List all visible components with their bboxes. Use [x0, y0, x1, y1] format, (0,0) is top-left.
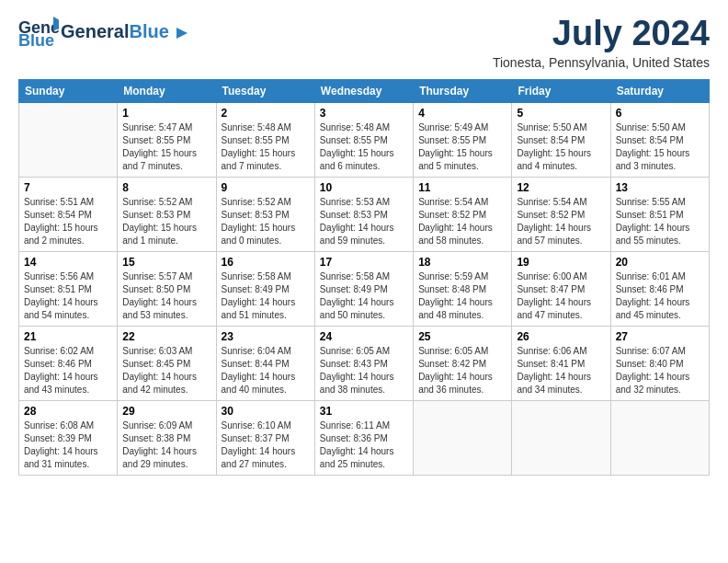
- day-info: Sunrise: 5:47 AMSunset: 8:55 PMDaylight:…: [122, 121, 210, 173]
- day-info: Sunrise: 6:08 AMSunset: 8:39 PMDaylight:…: [24, 419, 112, 471]
- day-number: 14: [24, 256, 112, 269]
- calendar-cell: 24 Sunrise: 6:05 AMSunset: 8:43 PMDaylig…: [314, 326, 413, 400]
- day-number: 28: [24, 405, 112, 418]
- calendar-cell: 22 Sunrise: 6:03 AMSunset: 8:45 PMDaylig…: [118, 326, 216, 400]
- location: Tionesta, Pennsylvania, United States: [493, 55, 710, 70]
- calendar-cell: 18 Sunrise: 5:59 AMSunset: 8:48 PMDaylig…: [414, 251, 512, 326]
- day-number: 20: [616, 256, 704, 269]
- day-number: 30: [222, 405, 310, 418]
- calendar-cell: 23 Sunrise: 6:04 AMSunset: 8:44 PMDaylig…: [216, 326, 314, 400]
- day-info: Sunrise: 6:05 AMSunset: 8:42 PMDaylight:…: [418, 345, 506, 396]
- day-info: Sunrise: 6:04 AMSunset: 8:44 PMDaylight:…: [222, 345, 310, 396]
- calendar-cell: 17 Sunrise: 5:58 AMSunset: 8:49 PMDaylig…: [314, 251, 413, 326]
- day-info: Sunrise: 6:02 AMSunset: 8:46 PMDaylight:…: [24, 345, 112, 396]
- calendar-cell: 11 Sunrise: 5:54 AMSunset: 8:52 PMDaylig…: [414, 177, 512, 251]
- day-info: Sunrise: 5:54 AMSunset: 8:52 PMDaylight:…: [418, 196, 506, 247]
- day-info: Sunrise: 5:54 AMSunset: 8:52 PMDaylight:…: [517, 196, 605, 247]
- calendar-cell: 29 Sunrise: 6:09 AMSunset: 8:38 PMDaylig…: [118, 400, 216, 475]
- calendar-cell: [610, 400, 709, 475]
- day-number: 24: [320, 330, 408, 343]
- day-number: 17: [320, 256, 408, 269]
- weekday-header-row: Sunday Monday Tuesday Wednesday Thursday…: [19, 79, 710, 102]
- day-number: 13: [616, 181, 704, 194]
- day-info: Sunrise: 6:09 AMSunset: 8:38 PMDaylight:…: [122, 419, 210, 471]
- day-number: 16: [222, 256, 310, 269]
- calendar-cell: 12 Sunrise: 5:54 AMSunset: 8:52 PMDaylig…: [512, 177, 610, 251]
- day-number: 11: [418, 181, 506, 194]
- day-number: 22: [122, 330, 210, 343]
- header-sunday: Sunday: [19, 79, 118, 102]
- day-info: Sunrise: 5:58 AMSunset: 8:49 PMDaylight:…: [320, 270, 408, 322]
- logo-blue: Blue: [129, 21, 168, 41]
- day-number: 3: [320, 107, 408, 120]
- calendar-week-row: 7 Sunrise: 5:51 AMSunset: 8:54 PMDayligh…: [19, 177, 710, 251]
- header-friday: Friday: [512, 79, 610, 102]
- day-info: Sunrise: 5:57 AMSunset: 8:50 PMDaylight:…: [122, 270, 210, 322]
- day-number: 18: [418, 256, 506, 269]
- calendar-cell: 28 Sunrise: 6:08 AMSunset: 8:39 PMDaylig…: [19, 400, 118, 475]
- day-number: 10: [320, 181, 408, 194]
- calendar-cell: 20 Sunrise: 6:01 AMSunset: 8:46 PMDaylig…: [610, 251, 709, 326]
- svg-marker-3: [176, 28, 188, 39]
- calendar-cell: 5 Sunrise: 5:50 AMSunset: 8:54 PMDayligh…: [512, 102, 610, 177]
- header-wednesday: Wednesday: [314, 79, 413, 102]
- logo-general: General: [61, 21, 129, 41]
- calendar-cell: [19, 102, 118, 177]
- day-number: 1: [122, 107, 210, 120]
- calendar-cell: 14 Sunrise: 5:56 AMSunset: 8:51 PMDaylig…: [19, 251, 118, 326]
- calendar-table: Sunday Monday Tuesday Wednesday Thursday…: [18, 79, 710, 476]
- calendar-cell: 16 Sunrise: 5:58 AMSunset: 8:49 PMDaylig…: [216, 251, 314, 326]
- calendar-week-row: 1 Sunrise: 5:47 AMSunset: 8:55 PMDayligh…: [19, 102, 710, 177]
- logo: General Blue GeneralBlue: [18, 15, 189, 48]
- day-number: 26: [517, 330, 605, 343]
- day-number: 7: [24, 181, 112, 194]
- day-number: 23: [222, 330, 310, 343]
- day-info: Sunrise: 5:56 AMSunset: 8:51 PMDaylight:…: [24, 270, 112, 322]
- day-info: Sunrise: 5:50 AMSunset: 8:54 PMDaylight:…: [517, 121, 605, 173]
- day-info: Sunrise: 5:50 AMSunset: 8:54 PMDaylight:…: [616, 121, 704, 173]
- month-title: July 2024: [493, 15, 710, 53]
- calendar-cell: 30 Sunrise: 6:10 AMSunset: 8:37 PMDaylig…: [216, 400, 314, 475]
- day-info: Sunrise: 6:05 AMSunset: 8:43 PMDaylight:…: [320, 345, 408, 396]
- day-number: 4: [418, 107, 506, 120]
- calendar-cell: 9 Sunrise: 5:52 AMSunset: 8:53 PMDayligh…: [216, 177, 314, 251]
- day-number: 19: [517, 256, 605, 269]
- day-info: Sunrise: 5:48 AMSunset: 8:55 PMDaylight:…: [222, 121, 310, 173]
- calendar-cell: 19 Sunrise: 6:00 AMSunset: 8:47 PMDaylig…: [512, 251, 610, 326]
- header-saturday: Saturday: [610, 79, 709, 102]
- calendar-cell: 6 Sunrise: 5:50 AMSunset: 8:54 PMDayligh…: [610, 102, 709, 177]
- calendar-cell: 21 Sunrise: 6:02 AMSunset: 8:46 PMDaylig…: [19, 326, 118, 400]
- day-info: Sunrise: 6:10 AMSunset: 8:37 PMDaylight:…: [222, 419, 310, 471]
- day-info: Sunrise: 5:52 AMSunset: 8:53 PMDaylight:…: [122, 196, 210, 247]
- day-number: 8: [122, 181, 210, 194]
- day-number: 12: [517, 181, 605, 194]
- calendar-cell: 1 Sunrise: 5:47 AMSunset: 8:55 PMDayligh…: [118, 102, 216, 177]
- calendar-week-row: 28 Sunrise: 6:08 AMSunset: 8:39 PMDaylig…: [19, 400, 710, 475]
- title-block: July 2024 Tionesta, Pennsylvania, United…: [493, 15, 710, 70]
- day-info: Sunrise: 5:52 AMSunset: 8:53 PMDaylight:…: [222, 196, 310, 247]
- day-info: Sunrise: 6:00 AMSunset: 8:47 PMDaylight:…: [517, 270, 605, 322]
- calendar-week-row: 14 Sunrise: 5:56 AMSunset: 8:51 PMDaylig…: [19, 251, 710, 326]
- day-info: Sunrise: 5:51 AMSunset: 8:54 PMDaylight:…: [24, 196, 112, 247]
- calendar-cell: 7 Sunrise: 5:51 AMSunset: 8:54 PMDayligh…: [19, 177, 118, 251]
- calendar-cell: 27 Sunrise: 6:07 AMSunset: 8:40 PMDaylig…: [610, 326, 709, 400]
- day-info: Sunrise: 6:01 AMSunset: 8:46 PMDaylight:…: [616, 270, 704, 322]
- calendar-cell: [414, 400, 512, 475]
- header-monday: Monday: [118, 79, 216, 102]
- day-info: Sunrise: 5:55 AMSunset: 8:51 PMDaylight:…: [616, 196, 704, 247]
- calendar-cell: 25 Sunrise: 6:05 AMSunset: 8:42 PMDaylig…: [414, 326, 512, 400]
- day-info: Sunrise: 6:06 AMSunset: 8:41 PMDaylight:…: [517, 345, 605, 396]
- svg-text:Blue: Blue: [18, 31, 54, 48]
- calendar-cell: 3 Sunrise: 5:48 AMSunset: 8:55 PMDayligh…: [314, 102, 413, 177]
- day-info: Sunrise: 5:49 AMSunset: 8:55 PMDaylight:…: [418, 121, 506, 173]
- calendar-cell: 2 Sunrise: 5:48 AMSunset: 8:55 PMDayligh…: [216, 102, 314, 177]
- day-number: 5: [517, 107, 605, 120]
- day-number: 9: [222, 181, 310, 194]
- day-number: 31: [320, 405, 408, 418]
- day-number: 25: [418, 330, 506, 343]
- header-thursday: Thursday: [414, 79, 512, 102]
- day-number: 27: [616, 330, 704, 343]
- day-number: 2: [222, 107, 310, 120]
- day-info: Sunrise: 6:11 AMSunset: 8:36 PMDaylight:…: [320, 419, 408, 471]
- day-number: 29: [122, 405, 210, 418]
